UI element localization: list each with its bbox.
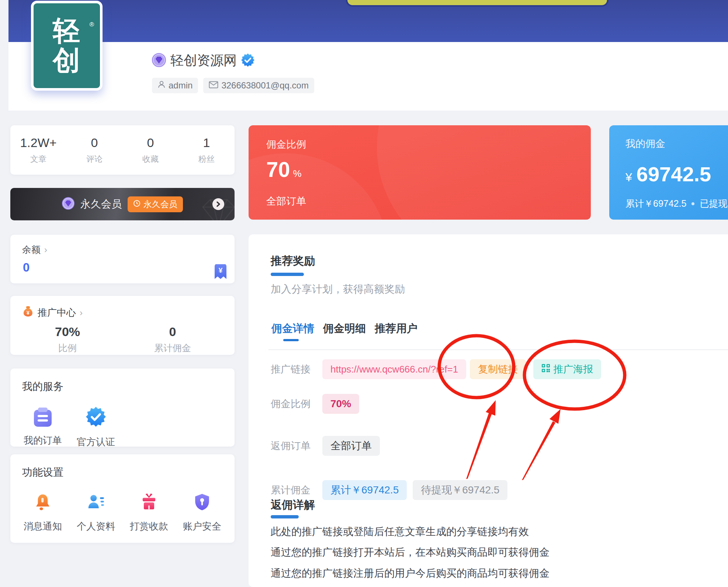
member-badge: 永久会员 — [128, 196, 183, 212]
mail-icon — [209, 80, 218, 91]
gem-coin-icon — [152, 53, 166, 69]
username-text: admin — [169, 80, 193, 91]
email-text: 3266638001@qq.com — [221, 80, 309, 91]
my-services-card: 我的服务 我的订单 官方认证 — [10, 368, 235, 447]
registered-mark: ® — [89, 21, 94, 28]
member-banner[interactable]: 永久会员 永久会员 — [10, 188, 235, 220]
settings-title: 功能设置 — [22, 465, 63, 479]
member-badge-label: 永久会员 — [143, 199, 177, 210]
profile-block: 轻创资源网 admin — [152, 52, 314, 93]
rebate-detail-line: 通过您的推广链接注册后的用户今后购买的商品均可获得佣金 — [271, 566, 550, 580]
divider — [268, 349, 728, 350]
promotion-total-stat: 0 累计佣金 — [136, 325, 209, 354]
ratio-row-label: 佣金比例 — [271, 397, 322, 410]
commission-total: 累计￥69742.5 — [625, 198, 686, 210]
commission-ratio-value: 70 — [266, 157, 290, 182]
referral-title: 推荐奖励 — [271, 254, 315, 269]
commission-withdrawn: 已提现￥69742.5 — [700, 198, 728, 210]
shield-lock-icon — [193, 493, 211, 513]
my-services-title: 我的服务 — [22, 380, 63, 394]
promotion-center-title: 推广中心 — [38, 306, 76, 319]
profile-item[interactable]: 个人资料 — [69, 493, 122, 533]
title-underline — [271, 273, 304, 276]
chevron-right-icon: › — [44, 245, 47, 255]
qr-code-icon — [541, 364, 550, 375]
avatar[interactable]: 轻 创 ® — [31, 1, 103, 91]
member-level-title: 永久会员 — [80, 197, 122, 211]
copy-link-button[interactable]: 复制链接 — [470, 359, 526, 379]
promo-link-label: 推广链接 — [271, 363, 322, 376]
account-security-item[interactable]: 账户安全 — [176, 493, 229, 533]
commission-ratio-scope: 全部订单 — [266, 195, 306, 208]
commission-ratio-label: 佣金比例 — [266, 138, 306, 151]
clock-icon — [133, 199, 141, 209]
total-commission-badge: 累计￥69742.5 — [322, 480, 407, 500]
chevron-right-icon: › — [80, 308, 83, 318]
active-tab-underline — [283, 339, 299, 341]
avatar-char: 创 — [53, 46, 81, 75]
my-commission-card: 我的佣金 ¥ 69742.5 累计￥69742.5 已提现￥69742.5 — [609, 125, 728, 220]
commission-ratio-card: 佣金比例 70 % 全部订单 — [249, 125, 591, 220]
profile-strip — [8, 42, 728, 111]
clipboard-icon — [33, 407, 52, 427]
referral-tabs: 佣金详情 佣金明细 推荐用户 — [271, 321, 417, 336]
poster-button[interactable]: 推广海报 — [533, 359, 601, 379]
official-verification-item[interactable]: 官方认证 — [69, 407, 122, 448]
referral-panel: 推荐奖励 加入分享计划，获得高额奖励 佣金详情 佣金明细 推荐用户 推广链接 h… — [249, 234, 728, 587]
rebate-detail-line: 通过您的推广链接打开本站后，在本站购买商品即可获得佣金 — [271, 545, 550, 559]
email-chip: 3266638001@qq.com — [203, 78, 314, 93]
currency-symbol: ¥ — [625, 171, 632, 184]
user-center-page: 轻 创 ® 轻创资源网 — [0, 0, 728, 587]
verified-badge-icon — [241, 53, 254, 68]
dot-separator — [691, 202, 694, 205]
balance-value: 0 — [23, 261, 30, 275]
promotion-ratio-stat: 70% 比例 — [31, 325, 104, 354]
user-icon — [157, 80, 166, 91]
stat-favorites[interactable]: 0 收藏 — [122, 136, 178, 165]
username-chip: admin — [152, 78, 198, 93]
referral-subtitle: 加入分享计划，获得高额奖励 — [271, 282, 405, 296]
verified-badge-icon — [86, 407, 106, 428]
order-scope-badge: 全部订单 — [322, 436, 380, 456]
poster-button-label: 推广海报 — [553, 363, 593, 376]
order-row-label: 返佣订单 — [271, 439, 322, 453]
commission-ratio-unit: % — [293, 168, 302, 179]
member-chevron-button[interactable] — [212, 198, 224, 210]
tab-commission-detail[interactable]: 佣金详情 — [271, 321, 314, 336]
stat-fans[interactable]: 1 粉丝 — [178, 136, 235, 165]
stats-card: 1.2W+ 文章 0 评论 0 收藏 1 粉丝 — [10, 125, 235, 175]
tab-referred-users[interactable]: 推荐用户 — [375, 321, 417, 336]
my-commission-amount: 69742.5 — [637, 162, 711, 186]
page-title: 轻创资源网 — [170, 52, 237, 70]
my-commission-label: 我的佣金 — [625, 137, 665, 150]
balance-title: 余额 — [22, 244, 41, 256]
stat-articles[interactable]: 1.2W+ 文章 — [10, 136, 66, 165]
pending-withdraw-badge: 待提现￥69742.5 — [413, 480, 507, 500]
svg-text:¥: ¥ — [27, 310, 30, 316]
top-yellow-tab — [346, 0, 609, 7]
settings-card: 功能设置 消息通知 — [10, 454, 235, 543]
reward-collection-item[interactable]: 打赏收款 — [122, 493, 176, 533]
bell-icon — [34, 493, 52, 513]
yuan-ribbon-icon: ¥ — [215, 264, 226, 279]
rebate-detail-line: 此处的推广链接或登陆后任意文章生成的分享链接均有效 — [271, 525, 529, 539]
person-icon — [87, 493, 105, 513]
yuan-symbol: ¥ — [219, 266, 223, 275]
rebate-detail-title: 返佣详解 — [271, 497, 315, 513]
title-underline — [271, 515, 299, 518]
promo-link-value[interactable]: https://www.qcw666.cn/?ref=1 — [322, 359, 466, 379]
moneybag-icon: ¥ — [22, 305, 34, 320]
avatar-char: 轻 — [53, 16, 81, 46]
total-row-label: 累计佣金 — [271, 483, 322, 497]
gift-icon — [140, 493, 158, 513]
notifications-item[interactable]: 消息通知 — [16, 493, 69, 533]
ratio-badge: 70% — [322, 394, 359, 414]
balance-card[interactable]: 余额 › 0 ¥ — [10, 235, 235, 283]
gem-coin-icon — [62, 197, 74, 211]
stat-comments[interactable]: 0 评论 — [66, 136, 122, 165]
tab-commission-records[interactable]: 佣金明细 — [323, 321, 366, 336]
promotion-center-card[interactable]: ¥ 推广中心 › 70% 比例 0 累计佣金 — [10, 296, 235, 355]
my-orders-item[interactable]: 我的订单 — [16, 407, 69, 448]
